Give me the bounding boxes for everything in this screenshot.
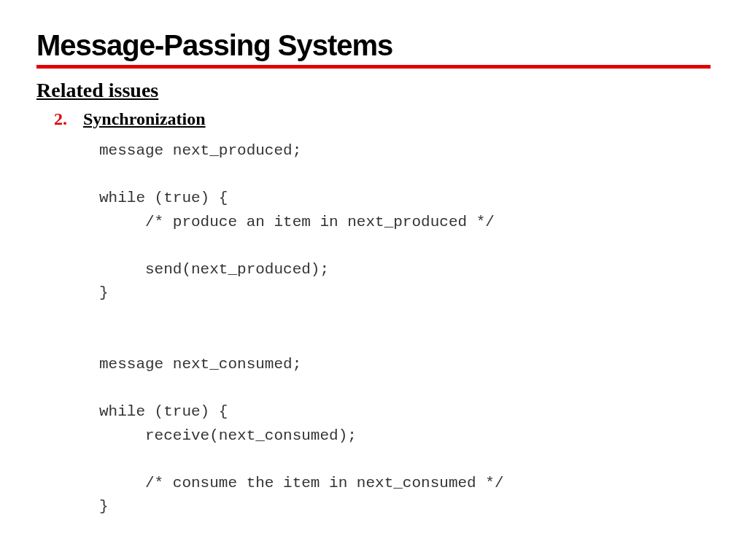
list-number: 2. (36, 109, 83, 129)
subheading: Related issues (36, 79, 711, 102)
slide-title: Message-Passing Systems (36, 29, 711, 62)
list-item: 2. Synchronization (36, 109, 711, 129)
code-block: message next_produced; while (true) { /*… (99, 139, 711, 519)
title-underline (36, 65, 711, 69)
list-text: Synchronization (83, 109, 206, 129)
slide: Message-Passing Systems Related issues 2… (0, 0, 747, 519)
